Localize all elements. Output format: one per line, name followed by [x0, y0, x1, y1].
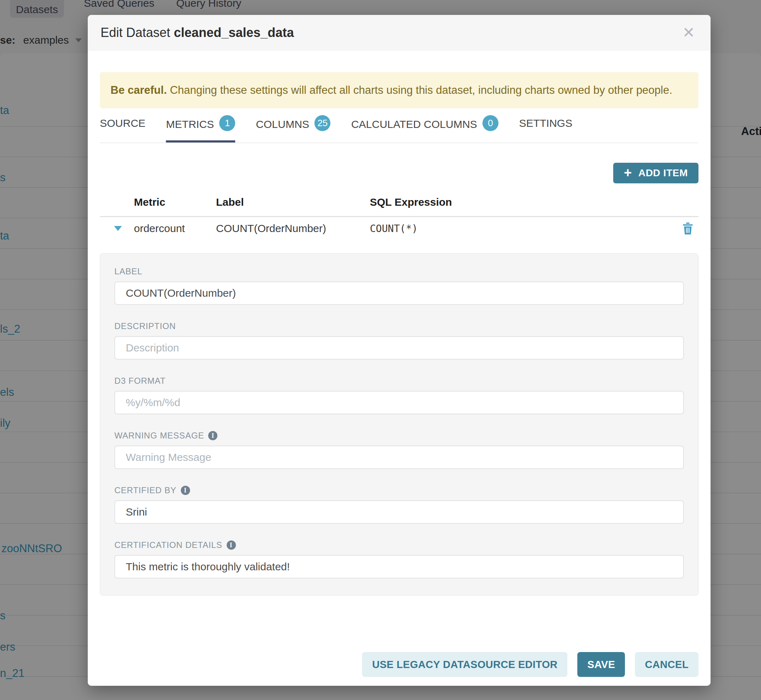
- tab-calculated-columns[interactable]: CALCULATED COLUMNS 0: [351, 117, 498, 142]
- add-item-button[interactable]: + ADD ITEM: [613, 163, 698, 183]
- use-legacy-datasource-editor-button[interactable]: USE LEGACY DATASOURCE EDITOR: [362, 652, 567, 677]
- metrics-count-badge: 1: [219, 115, 235, 131]
- columns-count-badge: 25: [314, 115, 330, 131]
- label-field: LABEL: [114, 267, 684, 305]
- col-header-metric: Metric: [134, 196, 216, 208]
- modal-title-dataset-name: cleaned_sales_data: [174, 25, 294, 40]
- warning-message-input[interactable]: [114, 445, 684, 469]
- col-header-sql-expression: SQL Expression: [370, 196, 682, 208]
- modal-title-prefix: Edit Dataset: [100, 25, 170, 40]
- warning-banner-bold: Be careful.: [111, 84, 167, 96]
- info-icon: i: [181, 486, 190, 495]
- certified-by-input[interactable]: [114, 500, 684, 524]
- metrics-table-header: Metric Label SQL Expression: [100, 196, 698, 217]
- metric-name: ordercount: [134, 222, 216, 234]
- description-field: DESCRIPTION: [114, 321, 684, 359]
- tab-bar: SOURCE METRICS 1 COLUMNS 25 CALCULATED C…: [100, 117, 698, 143]
- cancel-button[interactable]: CANCEL: [635, 652, 698, 677]
- info-icon: i: [227, 541, 236, 550]
- tab-columns[interactable]: COLUMNS 25: [256, 117, 330, 142]
- save-button[interactable]: SAVE: [577, 652, 625, 677]
- metric-label: COUNT(OrderNumber): [216, 222, 370, 234]
- d3-format-field: D3 FORMAT: [114, 376, 684, 414]
- tab-settings[interactable]: SETTINGS: [519, 117, 572, 141]
- modal-footer: USE LEGACY DATASOURCE EDITOR SAVE CANCEL: [362, 652, 698, 677]
- trash-icon: [682, 222, 694, 235]
- tab-source[interactable]: SOURCE: [100, 117, 145, 141]
- caret-down-icon[interactable]: [114, 226, 122, 231]
- edit-dataset-modal: Edit Dataset cleaned_sales_data ✕ Be car…: [88, 15, 711, 686]
- warning-message-field: WARNING MESSAGE i: [114, 431, 684, 469]
- modal-body: Be careful. Changing these settings will…: [88, 72, 711, 595]
- certified-by-field: CERTIFIED BY i: [114, 485, 684, 524]
- warning-message-field-label: WARNING MESSAGE: [114, 431, 204, 441]
- certification-details-field: CERTIFICATION DETAILS i: [114, 540, 684, 578]
- description-field-label: DESCRIPTION: [114, 321, 176, 331]
- warning-banner-text: Changing these settings will affect all …: [167, 84, 672, 96]
- metric-detail-panel: LABEL DESCRIPTION D3 FORMAT WARNING MESS…: [100, 253, 698, 595]
- certified-by-field-label: CERTIFIED BY: [114, 485, 177, 495]
- info-icon: i: [208, 431, 217, 440]
- col-header-label: Label: [216, 196, 370, 208]
- tab-metrics[interactable]: METRICS 1: [166, 117, 235, 142]
- metric-row: ordercount COUNT(OrderNumber) COUNT(*): [100, 217, 698, 245]
- certification-details-input[interactable]: [114, 555, 684, 578]
- warning-banner: Be careful. Changing these settings will…: [100, 72, 698, 108]
- delete-metric-button[interactable]: [682, 222, 698, 235]
- d3-format-input[interactable]: [114, 391, 684, 414]
- calculated-columns-count-badge: 0: [483, 115, 498, 131]
- modal-title: Edit Dataset cleaned_sales_data: [100, 25, 294, 40]
- description-input[interactable]: [114, 336, 684, 359]
- metrics-toolbar: + ADD ITEM: [100, 163, 698, 183]
- metric-sql-expression: COUNT(*): [370, 223, 682, 234]
- close-icon[interactable]: ✕: [680, 24, 698, 42]
- d3-format-field-label: D3 FORMAT: [114, 376, 166, 386]
- modal-header: Edit Dataset cleaned_sales_data ✕: [88, 15, 711, 50]
- label-input[interactable]: [114, 281, 684, 305]
- certification-details-field-label: CERTIFICATION DETAILS: [114, 540, 222, 550]
- label-field-label: LABEL: [114, 267, 142, 277]
